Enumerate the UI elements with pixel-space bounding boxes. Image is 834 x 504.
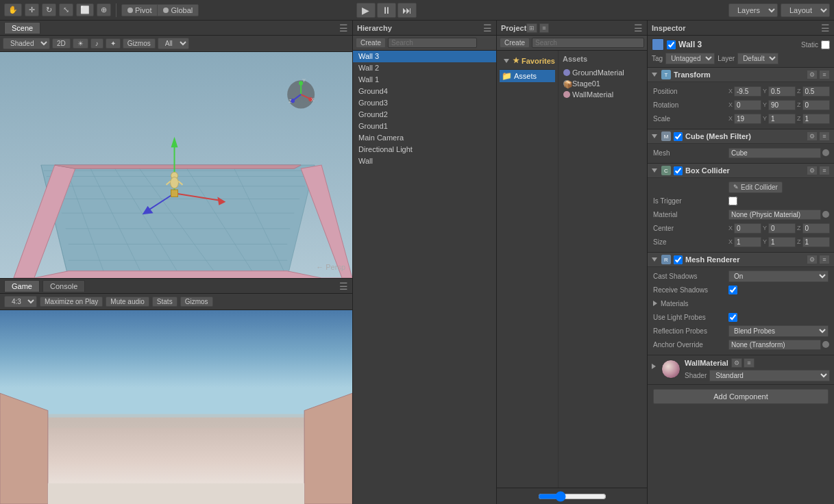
- project-search-input[interactable]: [532, 38, 644, 48]
- hierarchy-item-ground4[interactable]: Ground4: [353, 86, 496, 97]
- hierarchy-item-wall1[interactable]: Wall 1: [353, 74, 496, 86]
- mesh-renderer-checkbox[interactable]: [674, 255, 683, 264]
- project-icon-btn1[interactable]: ⊞: [526, 23, 537, 33]
- asset-wall-material[interactable]: WallMaterial: [561, 89, 644, 100]
- cast-shadows-select[interactable]: On: [728, 270, 829, 282]
- maximize-on-play-btn[interactable]: Maximize on Play: [40, 297, 103, 307]
- game-overflow-menu[interactable]: ☰: [339, 281, 348, 292]
- project-zoom-slider[interactable]: [538, 491, 606, 502]
- mesh-renderer-menu-btn[interactable]: ≡: [819, 255, 830, 264]
- hierarchy-item-ground2[interactable]: Ground2: [353, 109, 496, 121]
- gizmos-game-btn[interactable]: Gizmos: [180, 297, 213, 307]
- box-collider-settings-btn[interactable]: ⚙: [807, 166, 818, 175]
- center-z-input[interactable]: [802, 223, 830, 234]
- all-select[interactable]: All: [158, 38, 189, 49]
- scene-overflow-menu[interactable]: ☰: [339, 23, 348, 34]
- mesh-filter-settings-btn[interactable]: ⚙: [807, 131, 818, 141]
- scale-tool-btn[interactable]: ⤡: [59, 3, 73, 16]
- scale-z-input[interactable]: [802, 114, 830, 124]
- layout-dropdown[interactable]: Layout: [781, 3, 830, 17]
- hierarchy-item-directional-light[interactable]: Directional Light: [353, 144, 496, 155]
- lighting-btn[interactable]: ☀: [73, 38, 88, 49]
- project-overflow-menu[interactable]: ☰: [634, 23, 643, 34]
- scene-tab[interactable]: Scene: [4, 22, 40, 34]
- audio-btn[interactable]: ♪: [90, 38, 103, 49]
- stats-btn[interactable]: Stats: [152, 297, 177, 307]
- rect-tool-btn[interactable]: ⬜: [76, 3, 94, 16]
- anchor-override-input[interactable]: [728, 340, 821, 350]
- layer-dropdown[interactable]: Default: [737, 53, 778, 64]
- project-create-btn[interactable]: Create: [500, 38, 530, 48]
- mesh-input[interactable]: [728, 148, 821, 158]
- play-btn[interactable]: ▶: [356, 3, 376, 18]
- hierarchy-item-ground3[interactable]: Ground3: [353, 97, 496, 109]
- rotate-tool-btn[interactable]: ↻: [42, 3, 56, 16]
- move-tool-btn[interactable]: ✛: [25, 3, 39, 16]
- transform-menu-btn[interactable]: ≡: [819, 70, 830, 79]
- rot-x-input[interactable]: [734, 100, 761, 110]
- add-component-btn[interactable]: Add Component: [653, 389, 829, 404]
- gizmos-scene-btn[interactable]: Gizmos: [123, 38, 156, 49]
- hierarchy-item-wall3[interactable]: Wall 3: [353, 51, 496, 62]
- rot-y-input[interactable]: [768, 100, 796, 110]
- wall-material-menu-btn[interactable]: ≡: [744, 358, 755, 368]
- mesh-filter-checkbox[interactable]: [674, 132, 683, 141]
- box-collider-header[interactable]: C Box Collider ⚙ ≡: [648, 164, 834, 178]
- hierarchy-item-wall[interactable]: Wall: [353, 155, 496, 167]
- hierarchy-item-wall2[interactable]: Wall 2: [353, 62, 496, 74]
- pause-btn[interactable]: ⏸: [377, 3, 396, 18]
- static-checkbox[interactable]: [821, 40, 830, 49]
- pos-x-input[interactable]: [734, 86, 761, 97]
- mesh-filter-header[interactable]: M Cube (Mesh Filter) ⚙ ≡: [648, 129, 834, 144]
- global-btn[interactable]: Global: [158, 5, 198, 16]
- game-tab[interactable]: Game: [4, 280, 40, 292]
- shaded-select[interactable]: Shaded: [3, 38, 50, 49]
- box-collider-checkbox[interactable]: [674, 166, 683, 175]
- tree-item-assets[interactable]: 📁 Assets: [500, 70, 555, 82]
- inspector-scroll[interactable]: Wall 3 Static Tag Untagged Layer Default: [648, 36, 834, 504]
- wall-material-settings-btn[interactable]: ⚙: [731, 358, 742, 368]
- scale-y-input[interactable]: [768, 114, 796, 124]
- wall-material-arrow[interactable]: [652, 364, 656, 369]
- project-icon-btn2[interactable]: ≡: [539, 23, 548, 33]
- layers-dropdown[interactable]: Layers: [728, 3, 778, 17]
- transform-settings-btn[interactable]: ⚙: [807, 70, 818, 79]
- size-z-input[interactable]: [802, 237, 830, 247]
- edit-collider-btn[interactable]: ✎ Edit Collider: [728, 181, 783, 193]
- pos-z-input[interactable]: [802, 86, 830, 97]
- collider-material-input[interactable]: [728, 210, 821, 220]
- shader-select[interactable]: Standard: [709, 370, 830, 381]
- mesh-dot-btn[interactable]: [822, 149, 829, 156]
- tag-dropdown[interactable]: Untagged: [665, 53, 715, 64]
- mesh-renderer-settings-btn[interactable]: ⚙: [807, 255, 818, 264]
- anchor-override-dot[interactable]: [822, 341, 829, 348]
- hierarchy-item-ground1[interactable]: Ground1: [353, 121, 496, 132]
- center-x-input[interactable]: [734, 223, 761, 234]
- rot-z-input[interactable]: [802, 100, 830, 110]
- collider-material-dot[interactable]: [822, 211, 829, 218]
- mute-audio-btn[interactable]: Mute audio: [106, 297, 149, 307]
- scale-x-input[interactable]: [734, 114, 761, 124]
- pivot-btn[interactable]: Pivot: [122, 5, 158, 16]
- asset-stage01[interactable]: 📦 Stage01: [561, 78, 644, 89]
- aspect-select[interactable]: 4:3: [4, 296, 37, 307]
- hierarchy-overflow-menu[interactable]: ☰: [483, 23, 492, 34]
- hierarchy-create-btn[interactable]: Create: [356, 38, 386, 48]
- inspector-overflow-menu[interactable]: ☰: [821, 23, 830, 34]
- transform-tool-btn[interactable]: ⊕: [97, 3, 111, 16]
- size-y-input[interactable]: [768, 237, 796, 247]
- console-tab[interactable]: Console: [42, 280, 85, 292]
- center-y-input[interactable]: [768, 223, 796, 234]
- mesh-filter-menu-btn[interactable]: ≡: [819, 131, 830, 141]
- box-collider-menu-btn[interactable]: ≡: [819, 166, 830, 175]
- transform-header[interactable]: T Transform ⚙ ≡: [648, 68, 834, 82]
- receive-shadows-checkbox[interactable]: [728, 286, 737, 294]
- pos-y-input[interactable]: [768, 86, 796, 97]
- materials-label[interactable]: Materials: [653, 300, 689, 307]
- scene-viewport[interactable]: Y X Z ← Persp: [0, 52, 352, 278]
- asset-ground-material[interactable]: GroundMaterial: [561, 67, 644, 78]
- use-light-probes-checkbox[interactable]: [728, 313, 737, 322]
- mesh-renderer-header[interactable]: R Mesh Renderer ⚙ ≡: [648, 253, 834, 267]
- obj-active-checkbox[interactable]: [667, 40, 676, 49]
- fx-btn[interactable]: ✦: [106, 38, 121, 49]
